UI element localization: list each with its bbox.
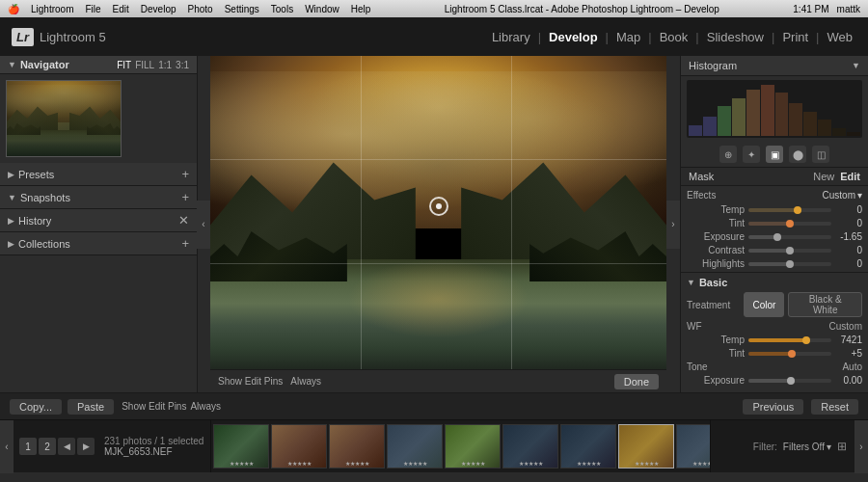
reset-button[interactable]: Reset (811, 399, 858, 415)
filmstrip-nav: 1 2 ◀ ▶ (19, 438, 95, 455)
tab-web[interactable]: Web (824, 28, 857, 46)
effect-slider-highlights[interactable] (748, 262, 831, 266)
menu-develop[interactable]: Develop (141, 4, 176, 14)
basic-temp-value: 7421 (835, 335, 862, 345)
mask-edit-btn[interactable]: Edit (840, 171, 860, 182)
apple-menu[interactable]: 🍎 (8, 4, 19, 14)
effect-label-highlights: Highlights (687, 258, 745, 269)
effects-dropdown[interactable]: Custom ▾ (823, 190, 862, 201)
filmstrip-thumb-3[interactable]: ★★★★★ (387, 424, 443, 469)
left-panel-toggle[interactable]: ‹ (197, 201, 210, 249)
mask-new-btn[interactable]: New (813, 171, 834, 182)
snapshots-chevron: ▼ (8, 193, 16, 202)
tool-brush[interactable]: ⬤ (789, 146, 806, 163)
basic-temp-slider[interactable] (748, 338, 831, 342)
effect-slider-temp[interactable] (748, 208, 831, 212)
app-name: Lightroom 5 (40, 30, 106, 44)
history-clear-btn[interactable]: ✕ (178, 213, 189, 228)
effect-slider-exposure[interactable] (748, 235, 831, 239)
basic-chevron[interactable]: ▼ (687, 278, 695, 287)
treatment-bw-btn[interactable]: Black & White (788, 292, 862, 317)
snapshots-add-btn[interactable]: + (181, 190, 189, 204)
filmstrip-thumb-4[interactable]: ★★★★★ (445, 424, 501, 469)
tool-redeye[interactable]: ▣ (766, 146, 783, 163)
filmstrip-prev-btn[interactable]: ◀ (58, 438, 75, 455)
filmstrip-right-arrow[interactable]: › (854, 420, 868, 473)
paste-button[interactable]: Paste (68, 399, 114, 415)
tab-print[interactable]: Print (778, 28, 812, 46)
tool-spot[interactable]: ✦ (743, 146, 760, 163)
tab-map[interactable]: Map (612, 28, 644, 46)
right-panel-toggle[interactable]: › (666, 201, 680, 249)
view-11-btn[interactable]: 1:1 (158, 60, 172, 70)
presets-add-btn[interactable]: + (181, 167, 189, 181)
filter-value: Filters Off (783, 442, 825, 452)
copy-button[interactable]: Copy... (10, 399, 62, 415)
filmstrip-grid-icon[interactable]: ⊞ (837, 440, 847, 453)
histogram-chevron[interactable]: ▼ (852, 61, 860, 70)
thumb-stars-4: ★★★★★ (461, 460, 485, 467)
tab-library[interactable]: Library (488, 28, 534, 46)
filmstrip-left-arrow[interactable]: ‹ (0, 420, 14, 473)
filmstrip-thumb-6[interactable]: ★★★★★ (560, 424, 616, 469)
navigator-chevron[interactable]: ▼ (8, 60, 16, 69)
menu-lightroom[interactable]: Lightroom (31, 4, 73, 14)
basic-exposure-label: Exposure (687, 375, 745, 386)
view-fill-btn[interactable]: FILL (135, 60, 154, 70)
presets-chevron: ▶ (8, 170, 14, 179)
basic-exposure-row: Exposure 0.00 (687, 375, 862, 386)
basic-tint-slider[interactable] (748, 352, 831, 356)
filmstrip-next-btn[interactable]: ▶ (77, 438, 95, 455)
view-31-btn[interactable]: 3:1 (176, 60, 189, 70)
filmstrip-thumb-0[interactable]: ★★★★★ (213, 424, 269, 469)
tab-develop[interactable]: Develop (545, 28, 602, 46)
filmstrip-thumbs: ★★★★★ ★★★★★ ★★★★★ ★★★★★ ★★★★★ ★★★★★ ★★★★… (211, 420, 710, 472)
effect-slider-contrast[interactable] (748, 249, 831, 253)
history-header[interactable]: ▶ History ✕ (0, 209, 197, 231)
basic-exposure-value: 0.00 (835, 375, 862, 386)
filmstrip-thumb-2[interactable]: ★★★★★ (329, 424, 385, 469)
tool-filter[interactable]: ◫ (812, 146, 829, 163)
snapshots-section: ▼ Snapshots + (0, 186, 197, 209)
view-fit-btn[interactable]: FIT (117, 60, 131, 70)
filmstrip-thumb-5[interactable]: ★★★★★ (502, 424, 558, 469)
presets-section: ▶ Presets + (0, 163, 197, 186)
menu-edit[interactable]: Edit (113, 4, 129, 14)
effect-row-highlights: Highlights 0 (687, 258, 862, 269)
lr-badge: Lr (12, 28, 34, 46)
main-image-view[interactable] (210, 56, 666, 369)
film-count: 231 photos / 1 selected (104, 436, 204, 446)
filmstrip-thumb-7[interactable]: ★★★★★ (618, 424, 674, 469)
tool-crop[interactable]: ⊕ (719, 146, 737, 163)
menu-file[interactable]: File (85, 4, 100, 14)
navigator-thumbnail[interactable] (6, 80, 122, 157)
basic-exposure-slider[interactable] (748, 379, 831, 383)
tab-slideshow[interactable]: Slideshow (703, 28, 768, 46)
presets-header[interactable]: ▶ Presets + (0, 163, 197, 185)
menu-help[interactable]: Help (351, 4, 371, 14)
menu-photo[interactable]: Photo (188, 4, 213, 14)
filmstrip-thumb-8[interactable]: ★★★★★ (676, 424, 710, 469)
page-2-btn[interactable]: 2 (39, 438, 56, 455)
collections-chevron: ▶ (8, 239, 14, 249)
snapshots-header[interactable]: ▼ Snapshots + (0, 186, 197, 208)
menu-tools[interactable]: Tools (271, 4, 293, 14)
basic-temp-label: Temp (687, 335, 745, 345)
filter-dropdown[interactable]: Filters Off ▾ (783, 442, 831, 452)
navigator-header: ▼ Navigator FIT FILL 1:1 3:1 (0, 56, 197, 74)
effect-slider-tint[interactable] (748, 222, 831, 226)
menu-window[interactable]: Window (305, 4, 339, 14)
collections-add-btn[interactable]: + (181, 236, 189, 251)
collections-header[interactable]: ▶ Collections + (0, 232, 197, 254)
film-filename: MJK_6653.NEF (104, 446, 204, 457)
menu-settings[interactable]: Settings (225, 4, 259, 14)
thumb-stars-8: ★★★★★ (692, 460, 711, 467)
navigator-title: Navigator (20, 59, 69, 70)
tab-book[interactable]: Book (656, 28, 692, 46)
filmstrip-thumb-1[interactable]: ★★★★★ (271, 424, 327, 469)
basic-section-header: ▼ Basic (687, 277, 862, 288)
previous-button[interactable]: Previous (743, 399, 803, 415)
done-button[interactable]: Done (614, 374, 659, 389)
treatment-color-btn[interactable]: Color (744, 292, 784, 317)
page-1-btn[interactable]: 1 (19, 438, 37, 455)
